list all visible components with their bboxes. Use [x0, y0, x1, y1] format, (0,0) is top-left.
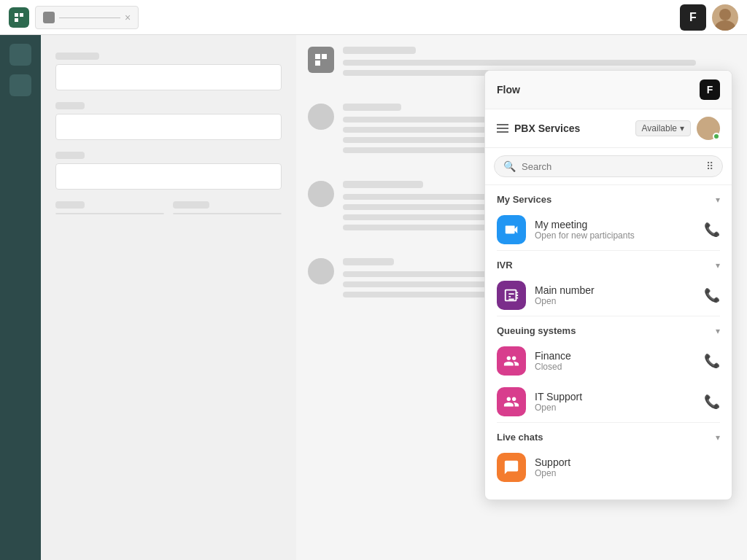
- service-name: Finance: [535, 350, 695, 362]
- field3-label: [55, 152, 85, 159]
- svg-rect-3: [322, 54, 327, 59]
- service-info-main-number: Main number Open: [535, 284, 695, 306]
- field4a-input[interactable]: [55, 213, 164, 214]
- form-field-1: [55, 52, 282, 90]
- service-item-support[interactable]: Support Open 📞: [485, 447, 732, 488]
- section-live-chats: Live chats ▾: [485, 423, 732, 447]
- topbar: ——————— × F: [0, 0, 747, 35]
- service-name: Main number: [535, 284, 695, 296]
- online-status-dot: [713, 133, 720, 140]
- field1-input[interactable]: [55, 64, 282, 90]
- service-icon-ivr: [497, 281, 526, 310]
- section-title-my-services: My Services: [497, 194, 551, 205]
- flow-title: Flow: [497, 84, 520, 96]
- flow-app-icon[interactable]: F: [680, 4, 706, 31]
- topbar-actions: F: [680, 4, 738, 31]
- service-icon-queue: [497, 387, 526, 416]
- field4a-label: [55, 201, 85, 209]
- service-info-finance: Finance Closed: [535, 350, 695, 372]
- service-icon-video: [497, 215, 526, 244]
- form-field-row: [55, 201, 282, 214]
- flow-title-group: Flow: [497, 84, 520, 96]
- call-icon[interactable]: 📞: [704, 353, 720, 369]
- available-status-button[interactable]: Available ▾: [635, 120, 691, 136]
- flow-subheader: PBX Services Available ▾: [485, 109, 732, 148]
- svg-point-0: [719, 9, 731, 20]
- browser-tab[interactable]: ——————— ×: [35, 6, 139, 29]
- service-name: My meeting: [535, 219, 695, 230]
- service-item-main-number[interactable]: Main number Open 📞: [485, 275, 732, 316]
- call-icon[interactable]: 📞: [704, 287, 720, 303]
- app-logo: [9, 7, 29, 28]
- message-avatar: [308, 181, 334, 207]
- flow-panel: Flow F PBX Services Available ▾: [484, 70, 732, 500]
- service-status: Open: [535, 468, 695, 478]
- service-icon-chat: [497, 453, 526, 482]
- tab-icon: [43, 12, 55, 23]
- chevron-down-icon: ▾: [680, 123, 684, 133]
- section-my-services: My Services ▾: [485, 185, 732, 209]
- service-status: Open: [535, 296, 695, 306]
- message-avatar: [308, 104, 334, 130]
- search-box[interactable]: 🔍 ⠿: [494, 155, 723, 177]
- left-panel: [41, 35, 296, 560]
- field4b-label: [173, 201, 209, 209]
- field1-label: [55, 52, 99, 60]
- service-info-my-meeting: My meeting Open for new participants: [535, 219, 695, 241]
- search-icon: 🔍: [503, 160, 516, 172]
- section-title-ivr: IVR: [497, 260, 513, 271]
- service-item-my-meeting[interactable]: My meeting Open for new participants 📞: [485, 209, 732, 250]
- service-status: Open for new participants: [535, 230, 695, 241]
- sidebar: [0, 35, 41, 560]
- form-field-3: [55, 152, 282, 190]
- form-field-4a: [55, 201, 164, 214]
- chevron-down-icon[interactable]: ▾: [716, 195, 720, 205]
- user-avatar-topbar[interactable]: [712, 4, 738, 31]
- section-title-queuing-systems: Queuing systems: [497, 325, 576, 336]
- sidebar-item-2[interactable]: [9, 74, 31, 96]
- section-ivr: IVR ▾: [485, 251, 732, 275]
- service-icon-queue: [497, 346, 526, 376]
- service-info-support: Support Open: [535, 456, 695, 478]
- search-input[interactable]: [522, 161, 700, 172]
- svg-point-1: [715, 20, 735, 31]
- message-avatar: [308, 47, 334, 73]
- service-status: Open: [535, 402, 695, 413]
- service-name: Support: [535, 456, 695, 468]
- hamburger-menu-button[interactable]: [497, 124, 508, 133]
- field4b-input[interactable]: [173, 213, 282, 214]
- grid-icon[interactable]: ⠿: [706, 160, 713, 172]
- form-field-2: [55, 102, 282, 140]
- form-field-4b: [173, 201, 282, 214]
- service-name: IT Support: [535, 391, 695, 402]
- flow-user-avatar[interactable]: [697, 117, 720, 140]
- service-info-it-support: IT Support Open: [535, 391, 695, 413]
- service-item-finance[interactable]: Finance Closed 📞: [485, 341, 732, 381]
- section-title-live-chats: Live chats: [497, 432, 543, 443]
- flow-services-list: My Services ▾ My meeting Open for new pa…: [485, 185, 732, 499]
- chevron-down-icon[interactable]: ▾: [716, 326, 720, 336]
- section-queuing-systems: Queuing systems ▾: [485, 316, 732, 341]
- flow-brand-icon: F: [700, 79, 720, 100]
- search-area: 🔍 ⠿: [485, 148, 732, 185]
- field2-label: [55, 102, 85, 109]
- chevron-down-icon[interactable]: ▾: [716, 432, 720, 443]
- service-status: Closed: [535, 362, 695, 372]
- message-avatar: [308, 258, 334, 284]
- chevron-down-icon[interactable]: ▾: [716, 260, 720, 271]
- tab-close-button[interactable]: ×: [125, 12, 131, 23]
- svg-rect-4: [315, 61, 320, 66]
- tab-label: ———————: [59, 12, 120, 23]
- flow-subheader-left: PBX Services: [497, 122, 580, 134]
- flow-panel-header: Flow F: [485, 71, 732, 109]
- call-icon[interactable]: 📞: [704, 394, 720, 410]
- field2-input[interactable]: [55, 114, 282, 140]
- pbx-services-label: PBX Services: [514, 122, 580, 134]
- main-area: Flow F PBX Services Available ▾: [0, 35, 747, 560]
- sidebar-item-1[interactable]: [9, 44, 31, 66]
- call-icon[interactable]: 📞: [704, 222, 720, 238]
- svg-rect-2: [315, 54, 320, 59]
- field3-input[interactable]: [55, 163, 282, 190]
- service-item-it-support[interactable]: IT Support Open 📞: [485, 381, 732, 422]
